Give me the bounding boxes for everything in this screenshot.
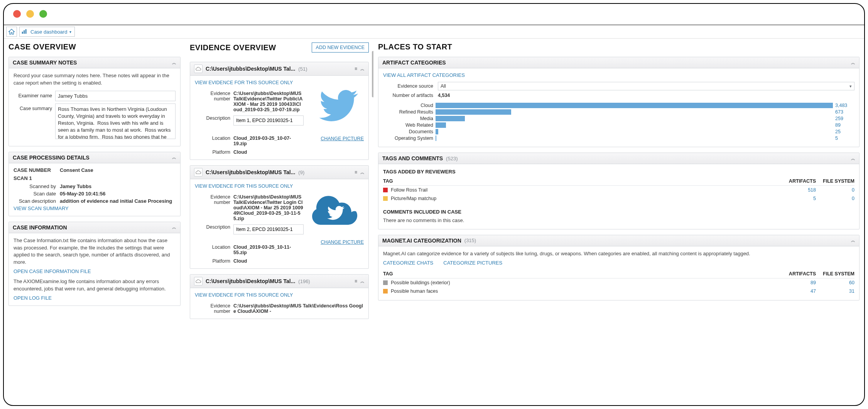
evidence-overview-title: EVIDENCE OVERVIEW: [190, 43, 276, 52]
artifact-categories-panel: ARTIFACT CATEGORIES ︽ VIEW ALL ARTIFACT …: [378, 57, 860, 147]
bar-label: Documents: [383, 129, 433, 134]
maximize-dot[interactable]: [39, 10, 47, 18]
app-toolbar: Case dashboard ▾: [4, 25, 864, 39]
platform-value: Cloud: [233, 257, 304, 264]
bar-label: Refined Results: [383, 109, 433, 115]
panel-title: CASE INFORMATION: [13, 224, 67, 231]
case-info-paragraph-2: The AXIOMExamine.log file contains infor…: [14, 278, 176, 293]
evidence-source-select[interactable]: All ▾: [438, 82, 854, 90]
panel-header[interactable]: ARTIFACT CATEGORIES ︽: [378, 57, 859, 68]
scanned-by-value: Jamey Tubbs: [60, 183, 176, 189]
panel-title: MAGNET.AI CATEGORIZATION: [382, 238, 461, 244]
artifact-bar-row[interactable]: Cloud 3,483: [383, 103, 854, 108]
magnet-ai-panel: MAGNET.AI CATEGORIZATION (315) ︽ Magnet.…: [378, 235, 860, 300]
panel-header[interactable]: CASE PROCESSING DETAILS ︽: [9, 152, 180, 163]
menu-icon[interactable]: ≡: [355, 278, 356, 284]
places-to-start-column: PLACES TO START ARTIFACT CATEGORIES ︽ VI…: [373, 39, 864, 405]
svg-rect-0: [22, 32, 23, 34]
panel-title: ARTIFACT CATEGORIES: [382, 59, 446, 66]
description-input[interactable]: [233, 224, 304, 234]
collapse-icon[interactable]: ︽: [360, 278, 365, 284]
open-log-file-link[interactable]: OPEN LOG FILE: [14, 295, 52, 301]
bar-bg: [436, 122, 833, 128]
collapse-icon[interactable]: ︽: [172, 60, 176, 66]
collapse-icon[interactable]: ︽: [851, 156, 855, 161]
view-evidence-source-link[interactable]: VIEW EVIDENCE FOR THIS SOURCE ONLY: [195, 80, 293, 85]
add-new-evidence-button[interactable]: ADD NEW EVIDENCE: [312, 42, 369, 53]
summary-note-text: Record your case summary notes here. The…: [14, 72, 176, 87]
collapse-icon[interactable]: ︽: [172, 224, 176, 230]
panel-count: (523): [446, 156, 458, 161]
panel-header[interactable]: C:\Users\jtubbs\Desktop\MUS Tal... (196)…: [190, 275, 368, 288]
panel-header[interactable]: CASE SUMMARY NOTES ︽: [9, 57, 180, 68]
panel-header[interactable]: C:\Users\jtubbs\Desktop\MUS Tal... (51) …: [190, 62, 368, 76]
th-tag: TAG: [383, 270, 781, 278]
panel-header[interactable]: MAGNET.AI CATEGORIZATION (315) ︽: [378, 235, 859, 246]
collapse-icon[interactable]: ︽: [851, 238, 855, 243]
artifact-bar-row[interactable]: Media 259: [383, 116, 854, 121]
collapse-icon[interactable]: ︽: [360, 66, 365, 72]
case-summary-label: Case summary: [14, 104, 52, 111]
collapse-icon[interactable]: ︽: [172, 154, 176, 160]
cloud-icon: [194, 277, 203, 285]
tag-artifacts-count: 89: [781, 278, 816, 287]
bar-value: 25: [835, 129, 854, 134]
panel-header[interactable]: TAGS AND COMMENTS (523) ︽: [378, 153, 859, 164]
close-dot[interactable]: [13, 10, 21, 18]
artifact-bar-row[interactable]: Refined Results 673: [383, 109, 854, 115]
ai-tag-row[interactable]: Possible buildings (exterior) 89 60: [383, 278, 854, 287]
categorize-pictures-link[interactable]: CATEGORIZE PICTURES: [443, 260, 502, 266]
comments-heading: COMMENTS INCLUDED IN CASE: [383, 209, 854, 215]
bar-value: 3,483: [835, 103, 854, 108]
tag-color-swatch: [383, 196, 388, 201]
menu-icon[interactable]: ≡: [355, 170, 356, 175]
bar-value: 89: [835, 122, 854, 128]
view-all-artifact-categories-link[interactable]: VIEW ALL ARTIFACT CATEGORIES: [383, 72, 465, 78]
evidence-panel: C:\Users\jtubbs\Desktop\MUS Tal... (51) …: [190, 62, 369, 160]
case-number-value: Consent Case: [60, 167, 176, 173]
tag-row[interactable]: Picture/Map matchup 5 0: [383, 194, 854, 203]
collapse-icon[interactable]: ︽: [851, 60, 855, 66]
panel-header[interactable]: C:\Users\jtubbs\Desktop\MUS Tal... (9) ≡…: [190, 166, 368, 179]
magnet-ai-table: TAG ARTIFACTS FILE SYSTEM Possible build…: [383, 270, 854, 295]
number-of-artifacts-value: 4,534: [438, 93, 450, 98]
change-picture-link[interactable]: CHANGE PICTURE: [321, 239, 364, 245]
tag-artifacts-count: 47: [781, 287, 816, 295]
th-file-system: FILE SYSTEM: [816, 270, 854, 278]
view-scan-summary-link[interactable]: VIEW SCAN SUMMARY: [14, 205, 69, 211]
tags-and-comments-panel: TAGS AND COMMENTS (523) ︽ TAGS ADDED BY …: [378, 153, 860, 229]
bar-bg: [436, 116, 833, 121]
examiner-name-input[interactable]: [55, 91, 176, 101]
svg-rect-1: [24, 30, 25, 34]
evidence-number-value: C:\Users\jtubbs\Desktop\MUS Talk\Evidenc…: [233, 302, 364, 314]
home-button[interactable]: [6, 27, 17, 37]
case-summary-textarea[interactable]: [55, 104, 176, 139]
artifact-bar-row[interactable]: Operating System 5: [383, 136, 854, 141]
th-tag: TAG: [383, 177, 781, 186]
tag-name: Possible human faces: [391, 289, 438, 294]
scan-description-label: Scan description: [14, 198, 56, 204]
minimize-dot[interactable]: [26, 10, 34, 18]
evidence-image: [310, 80, 364, 134]
change-picture-link[interactable]: CHANGE PICTURE: [321, 136, 364, 141]
tag-row[interactable]: Follow Ross Trail 518 0: [383, 186, 854, 195]
tag-name: Possible buildings (exterior): [391, 280, 450, 285]
menu-icon[interactable]: ≡: [355, 66, 356, 71]
open-case-information-link[interactable]: OPEN CASE INFORMATION FILE: [14, 268, 91, 274]
case-dashboard-dropdown[interactable]: Case dashboard ▾: [19, 27, 75, 37]
artifact-bar-row[interactable]: Documents 25: [383, 129, 854, 134]
tag-filesystem-count: 0: [816, 194, 854, 203]
location-label: Location: [195, 236, 230, 250]
view-evidence-source-link[interactable]: VIEW EVIDENCE FOR THIS SOURCE ONLY: [195, 183, 293, 189]
artifact-bar-row[interactable]: Web Related 89: [383, 122, 854, 128]
ai-tag-row[interactable]: Possible human faces 47 31: [383, 287, 854, 295]
th-file-system: FILE SYSTEM: [816, 177, 854, 186]
collapse-icon[interactable]: ︽: [360, 170, 365, 175]
evidence-count: (196): [298, 278, 310, 284]
view-evidence-source-link[interactable]: VIEW EVIDENCE FOR THIS SOURCE ONLY: [195, 292, 293, 298]
evidence-panel: C:\Users\jtubbs\Desktop\MUS Tal... (196)…: [190, 274, 369, 319]
tag-color-swatch: [383, 188, 388, 192]
categorize-chats-link[interactable]: CATEGORIZE CHATS: [383, 260, 433, 266]
panel-header[interactable]: CASE INFORMATION ︽: [9, 222, 180, 233]
description-input[interactable]: [233, 115, 304, 126]
